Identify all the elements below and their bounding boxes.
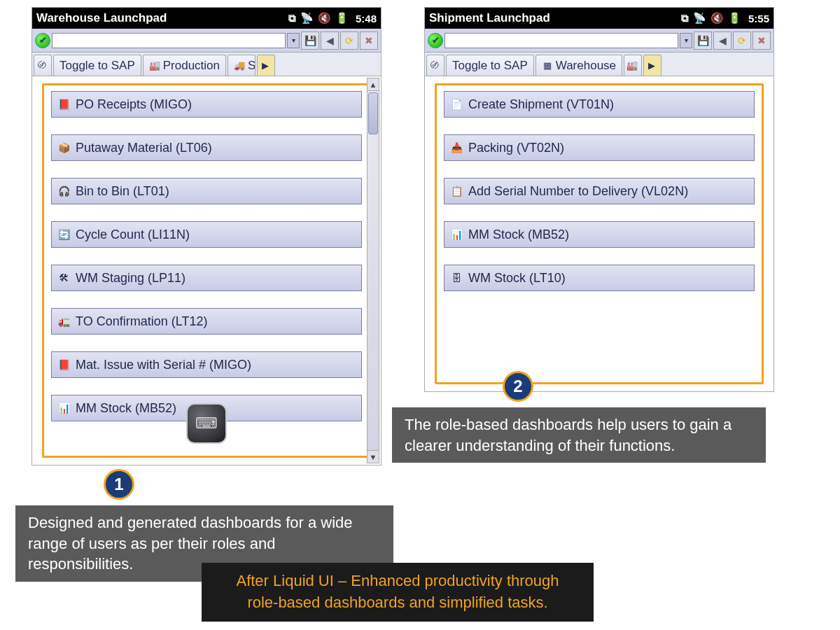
launchpad-item[interactable]: 📋 Add Serial Number to Delivery (VL02N): [444, 178, 755, 204]
stock-icon: 📊: [450, 228, 463, 241]
status-icons: ⧉ 📡 🔇 🔋 5:48: [288, 12, 377, 24]
item-label: MM Stock (MB52): [468, 227, 569, 242]
battery-icon: 🔋: [728, 12, 741, 24]
box-icon: 📦: [57, 141, 70, 154]
annotation-badge-2: 2: [503, 371, 533, 402]
content-area: 📕 PO Receipts (MIGO) 📦 Putaway Material …: [32, 76, 381, 465]
scroll-track[interactable]: [368, 91, 379, 450]
tab-shipping[interactable]: 🚚 S: [227, 55, 255, 76]
more-icon: ▶: [646, 60, 657, 71]
command-input[interactable]: [52, 33, 286, 48]
launchpad-frame: 📄 Create Shipment (VT01N) 📥 Packing (VT0…: [435, 83, 764, 384]
save-icon[interactable]: 💾: [694, 31, 712, 50]
launchpad-item[interactable]: 🗄 WM Stock (LT10): [444, 265, 755, 291]
vertical-scrollbar[interactable]: ▲ ▼: [367, 78, 379, 463]
volume-icon: 🔇: [318, 12, 331, 24]
annotation-caption-2: The role-based dashboards help users to …: [392, 407, 766, 463]
confirm-icon[interactable]: ✔: [428, 33, 443, 48]
back-icon[interactable]: ◀: [713, 31, 732, 50]
status-time: 5:48: [356, 13, 377, 24]
window-title: Shipment Launchpad: [429, 11, 681, 25]
document-icon: 📕: [57, 98, 70, 111]
item-label: MM Stock (MB52): [76, 401, 176, 416]
item-label: PO Receipts (MIGO): [76, 97, 192, 112]
confirm-icon[interactable]: ✔: [35, 33, 50, 48]
launchpad-item[interactable]: 🛠 WM Staging (LP11): [51, 265, 362, 291]
cancel-icon[interactable]: ✖: [360, 31, 378, 50]
footer-caption: After Liquid UI – Enhanced productivity …: [202, 563, 594, 622]
tab-toggle-to-sap[interactable]: Toggle to SAP: [446, 55, 534, 76]
staging-icon: 🛠: [57, 272, 70, 284]
tab-label: Toggle to SAP: [452, 59, 528, 73]
launchpad-item[interactable]: 🚛 TO Confirmation (LT12): [51, 308, 362, 335]
status-bar: Shipment Launchpad ⧉ 📡 🔇 🔋 5:55: [425, 8, 774, 29]
tab-icon-only[interactable]: 〄: [426, 55, 444, 76]
scroll-down-icon[interactable]: ▼: [368, 450, 379, 463]
keyboard-button[interactable]: ⌨: [186, 403, 227, 444]
tab-label: Toggle to SAP: [59, 59, 135, 73]
item-label: TO Confirmation (LT12): [76, 314, 207, 329]
launchpad-item[interactable]: 📥 Packing (VT02N): [444, 134, 755, 161]
scroll-up-icon[interactable]: ▲: [368, 78, 379, 91]
grid-icon: ▦: [542, 60, 553, 71]
window-title: Warehouse Launchpad: [36, 11, 288, 25]
tab-production[interactable]: 🏭 Production: [143, 55, 226, 76]
tab-label: S: [248, 59, 255, 73]
item-label: WM Staging (LP11): [76, 271, 186, 286]
sync-icon: ⧉: [288, 12, 296, 24]
launchpad-item[interactable]: 🎧 Bin to Bin (LT01): [51, 178, 362, 204]
back-icon[interactable]: ◀: [321, 31, 339, 50]
command-dropdown-icon[interactable]: ▾: [680, 33, 692, 48]
command-input[interactable]: [444, 33, 678, 48]
status-time: 5:55: [748, 13, 769, 24]
item-label: WM Stock (LT10): [468, 271, 566, 286]
badge-number: 2: [513, 377, 522, 396]
launchpad-item[interactable]: 📄 Create Shipment (VT01N): [444, 91, 755, 118]
toolbar: ✔ ▾ 💾 ◀ ⟳ ✖: [32, 29, 381, 52]
tab-toggle-to-sap[interactable]: Toggle to SAP: [53, 55, 141, 76]
volume-icon: 🔇: [710, 12, 724, 24]
user-icon: 〄: [429, 60, 440, 71]
network-icon: 📡: [693, 12, 706, 24]
launchpad-item[interactable]: 🔄 Cycle Count (LI11N): [51, 221, 362, 248]
packing-icon: 📥: [450, 141, 463, 154]
scroll-thumb[interactable]: [368, 92, 378, 134]
forward-icon[interactable]: ⟳: [733, 31, 751, 50]
document-icon: 📕: [57, 358, 70, 371]
command-dropdown-icon[interactable]: ▾: [287, 33, 300, 48]
storage-icon: 🗄: [450, 272, 463, 284]
launchpad-item[interactable]: 📕 Mat. Issue with Serial # (MIGO): [51, 351, 362, 378]
tab-production[interactable]: 🏭: [624, 55, 642, 76]
launchpad-item[interactable]: 📊 MM Stock (MB52): [444, 221, 755, 248]
more-icon: ▶: [260, 60, 271, 71]
stock-icon: 📊: [57, 402, 70, 414]
tab-more-icon[interactable]: ▶: [643, 55, 662, 76]
truck-icon: 🚚: [234, 60, 245, 71]
launchpad-item[interactable]: 📕 PO Receipts (MIGO): [51, 91, 362, 118]
sync-icon: ⧉: [681, 12, 689, 24]
tab-bar: 〄 Toggle to SAP ▦ Warehouse 🏭 ▶: [425, 52, 774, 76]
launchpad-item[interactable]: 📦 Putaway Material (LT06): [51, 134, 362, 161]
item-label: Add Serial Number to Delivery (VL02N): [468, 184, 688, 199]
tab-label: Production: [163, 59, 220, 73]
badge-number: 1: [114, 475, 123, 494]
tab-more-icon[interactable]: ▶: [257, 55, 275, 76]
item-label: Cycle Count (LI11N): [76, 227, 190, 242]
save-icon[interactable]: 💾: [301, 31, 319, 50]
tab-label: Warehouse: [556, 59, 616, 73]
tab-icon-only[interactable]: 〄: [34, 55, 52, 76]
item-label: Mat. Issue with Serial # (MIGO): [76, 358, 251, 372]
item-label: Bin to Bin (LT01): [76, 184, 169, 199]
document-icon: 📄: [450, 98, 463, 111]
caption-text: The role-based dashboards help users to …: [405, 416, 732, 454]
footer-line: role-based dashboards and simplified tas…: [247, 594, 547, 611]
truck-icon: 🚛: [57, 315, 70, 328]
tab-bar: 〄 Toggle to SAP 🏭 Production 🚚 S ▶: [32, 52, 381, 76]
tab-warehouse[interactable]: ▦ Warehouse: [536, 55, 622, 76]
status-icons: ⧉ 📡 🔇 🔋 5:55: [681, 12, 769, 24]
launchpad-frame: 📕 PO Receipts (MIGO) 📦 Putaway Material …: [42, 83, 371, 458]
forward-icon[interactable]: ⟳: [340, 31, 358, 50]
factory-icon: 🏭: [626, 60, 638, 71]
cancel-icon[interactable]: ✖: [752, 31, 771, 50]
warehouse-device: Warehouse Launchpad ⧉ 📡 🔇 🔋 5:48 ✔ ▾ 💾 ◀…: [31, 7, 382, 465]
